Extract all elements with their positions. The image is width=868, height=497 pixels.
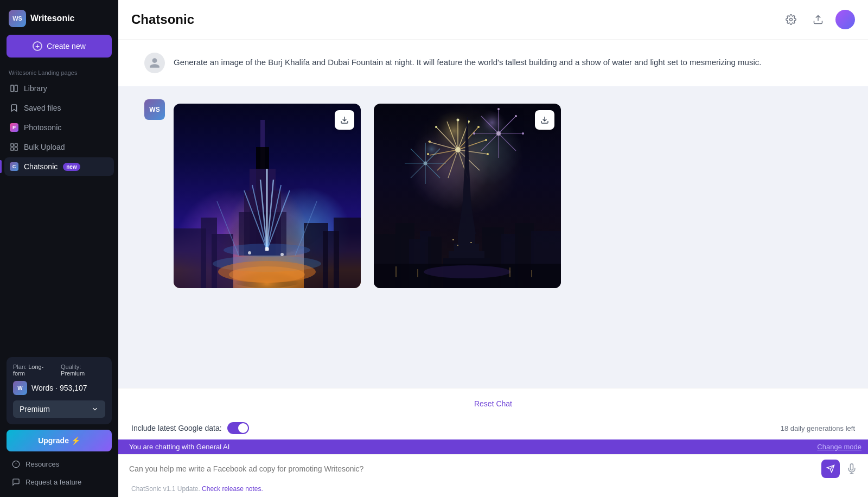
sidebar-logo[interactable]: WS Writesonic xyxy=(0,0,118,35)
download-image-2-button[interactable] xyxy=(535,110,554,130)
gear-icon xyxy=(786,14,796,25)
svg-point-59 xyxy=(429,141,431,143)
svg-rect-4 xyxy=(11,148,14,150)
generated-image-2 xyxy=(374,104,561,288)
plan-label: Plan: Long-form xyxy=(13,364,54,377)
ai-response-content xyxy=(174,99,561,288)
sidebar-saved-files-label: Saved files xyxy=(24,104,61,112)
sidebar-item-request-feature[interactable]: Request a feature xyxy=(7,474,112,490)
sidebar-item-saved-files[interactable]: Saved files xyxy=(4,99,114,117)
svg-rect-3 xyxy=(15,144,17,146)
svg-rect-107 xyxy=(509,267,510,277)
svg-point-63 xyxy=(455,147,461,152)
premium-dropdown[interactable]: Premium xyxy=(13,400,105,418)
book-icon xyxy=(10,84,18,93)
google-data-label: Include latest Google data: xyxy=(131,422,249,434)
sidebar-item-photosonic[interactable]: P Photosonic xyxy=(4,118,114,137)
sidebar-photosonic-label: Photosonic xyxy=(24,123,61,132)
download-icon xyxy=(340,116,349,124)
user-icon xyxy=(149,57,161,69)
user-message-section: Generate an image of the Burj Khalifa an… xyxy=(118,40,868,86)
grid-icon xyxy=(10,143,18,151)
send-button[interactable] xyxy=(821,460,840,478)
export-button[interactable] xyxy=(808,10,828,29)
words-count: Words · 953,107 xyxy=(31,384,87,392)
svg-point-104 xyxy=(424,265,510,278)
sidebar-chatsonic-label: Chatsonic xyxy=(24,162,58,171)
svg-point-62 xyxy=(427,153,429,155)
settings-button[interactable] xyxy=(781,10,801,29)
svg-rect-108 xyxy=(531,270,532,277)
change-mode-link[interactable]: Change mode xyxy=(817,443,861,451)
svg-point-85 xyxy=(424,162,427,165)
reset-chat-button[interactable]: Reset Chat xyxy=(465,396,521,411)
plus-circle-icon: + xyxy=(33,41,42,51)
app-header: Chatsonic xyxy=(118,0,868,40)
svg-rect-96 xyxy=(458,234,475,245)
svg-rect-105 xyxy=(395,266,397,277)
chat-input-wrapper xyxy=(118,454,868,483)
svg-rect-101 xyxy=(457,245,458,246)
export-icon xyxy=(813,14,824,25)
create-new-button[interactable]: + Create new xyxy=(7,35,112,58)
user-message-avatar xyxy=(144,53,165,73)
svg-point-57 xyxy=(477,126,480,128)
upgrade-button[interactable]: Upgrade ⚡ xyxy=(7,430,112,451)
download-image-1-button[interactable] xyxy=(335,110,354,130)
fireworks-svg xyxy=(374,104,561,288)
svg-point-41 xyxy=(414,135,463,183)
chat-input[interactable] xyxy=(125,455,821,483)
svg-point-60 xyxy=(435,126,437,128)
svg-rect-5 xyxy=(15,148,17,150)
svg-point-58 xyxy=(485,139,487,141)
svg-point-72 xyxy=(497,108,500,110)
svg-rect-17 xyxy=(334,218,361,288)
app-name: Writesonic xyxy=(30,14,75,23)
microphone-button[interactable] xyxy=(842,459,861,479)
sidebar-item-bulk-upload[interactable]: Bulk Upload xyxy=(4,138,114,156)
svg-rect-0 xyxy=(11,85,14,92)
sidebar: WS Writesonic + Create new Writesonic La… xyxy=(0,0,118,497)
chevron-down-icon xyxy=(91,405,99,413)
svg-point-74 xyxy=(522,132,524,135)
sidebar-library-label: Library xyxy=(24,84,47,93)
send-icon xyxy=(826,464,835,473)
resources-label: Resources xyxy=(25,460,59,468)
microphone-icon xyxy=(846,463,857,474)
fountain-svg xyxy=(174,104,361,288)
main-content: Chatsonic Generate an image of the Burj … xyxy=(118,0,868,497)
new-badge: new xyxy=(63,163,80,171)
svg-point-37 xyxy=(280,253,284,256)
quality-value: Premium xyxy=(61,370,85,377)
google-data-toggle[interactable] xyxy=(227,422,249,434)
google-data-row: Include latest Google data: 18 daily gen… xyxy=(118,419,868,439)
sidebar-section-label: Writesonic Landing pages xyxy=(0,66,118,79)
svg-rect-98 xyxy=(449,251,484,259)
request-feature-label: Request a feature xyxy=(25,478,81,486)
svg-point-76 xyxy=(496,131,501,136)
svg-point-75 xyxy=(473,132,475,135)
ai-avatar: WS xyxy=(144,99,165,120)
svg-point-36 xyxy=(248,251,251,254)
download-icon-2 xyxy=(540,116,549,124)
bookmark-icon xyxy=(10,104,18,112)
sidebar-item-library[interactable]: Library xyxy=(4,79,114,98)
quality-label: Quality: Premium xyxy=(61,364,105,377)
chat-area: Generate an image of the Burj Khalifa an… xyxy=(118,40,868,388)
ai-response-section: WS xyxy=(118,86,868,388)
resources-icon xyxy=(12,460,20,468)
user-avatar[interactable] xyxy=(835,10,855,29)
sidebar-item-chatsonic[interactable]: C Chatsonic new xyxy=(4,157,114,176)
photosonic-icon: P xyxy=(10,123,18,132)
sidebar-item-resources[interactable]: Resources xyxy=(7,456,112,473)
svg-point-61 xyxy=(487,153,489,155)
chat-mode-banner: You are chatting with General AI Change … xyxy=(118,439,868,454)
svg-point-7 xyxy=(790,18,793,21)
svg-rect-100 xyxy=(452,239,454,240)
generated-images-grid xyxy=(174,104,561,288)
release-notes-link[interactable]: Check release notes. xyxy=(202,485,263,493)
bottom-area: Reset Chat Include latest Google data: 1… xyxy=(118,388,868,497)
chatsonic-icon: C xyxy=(10,162,18,171)
header-actions xyxy=(781,10,855,29)
request-icon xyxy=(12,478,20,486)
